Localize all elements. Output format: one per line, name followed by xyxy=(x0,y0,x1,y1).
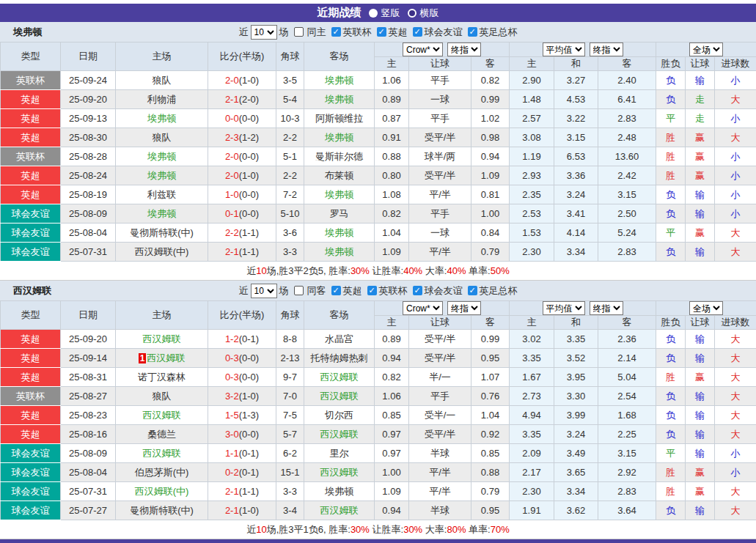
handicap-line-cell: 平/半 xyxy=(409,243,471,262)
section-header: 西汉姆联近10场同客✓英超✓英联杯✓球会友谊✓英足总杯 xyxy=(0,281,756,300)
home-team-cell: 西汉姆联 xyxy=(116,444,208,463)
score-cell: 0-1(0-0) xyxy=(208,204,276,224)
score-cell: 2-3(1-2) xyxy=(208,128,276,147)
layout-radio-horizontal[interactable]: 横版 xyxy=(408,7,439,20)
result-cell: 负 xyxy=(656,349,686,368)
team-label: 曼斯菲尔德 xyxy=(315,151,363,162)
handicap-away-odds-cell: 0.76 xyxy=(471,387,510,406)
avg-home-cell: 2.30 xyxy=(510,482,554,501)
corners-cell: 15-1 xyxy=(276,463,304,482)
avg-final-select[interactable]: 终指 xyxy=(590,301,623,315)
avg-select[interactable]: 平均值 xyxy=(543,43,585,56)
avg-home-cell: 2.90 xyxy=(510,71,554,90)
odds-final-select[interactable]: 终指 xyxy=(447,301,481,315)
league-checkbox[interactable]: ✓ xyxy=(468,286,477,295)
radio-selected-icon[interactable] xyxy=(369,9,378,18)
bookmaker-select[interactable]: Crow* xyxy=(403,301,443,315)
home-team-cell: 埃弗顿 xyxy=(116,204,208,224)
league-checkbox-label: 英足总杯 xyxy=(480,26,518,39)
corners-cell: 8-8 xyxy=(276,330,304,349)
handicap-away-odds-cell: 0.81 xyxy=(471,185,510,204)
corners-cell: 3-5 xyxy=(276,71,304,90)
away-team-cell: 西汉姆联 xyxy=(304,387,375,406)
league-checkbox[interactable]: ✓ xyxy=(367,286,377,295)
avg-draw-cell: 3.65 xyxy=(554,463,598,482)
radio-unselected-icon[interactable] xyxy=(408,9,416,18)
odds-final-select[interactable]: 终指 xyxy=(447,43,481,56)
date-cell: 25-09-20 xyxy=(61,330,116,349)
score-cell: 1-1(0-1) xyxy=(208,444,276,463)
full-score: 0-3 xyxy=(225,352,239,363)
league-checkbox-label: 英超 xyxy=(389,26,408,39)
corners-cell: 5-10 xyxy=(276,204,304,224)
league-checkbox[interactable]: ✓ xyxy=(413,286,422,295)
corners-cell: 10-3 xyxy=(276,109,304,128)
team-label: 狼队 xyxy=(153,132,172,143)
summary-row: 近10场,胜3平1负6, 胜率:30% 让胜率:30% 大率:80% 单率:70… xyxy=(0,520,756,539)
radio-horizontal-label: 横版 xyxy=(420,7,439,20)
same-venue-checkbox[interactable] xyxy=(294,27,304,37)
title-bar: 近期战绩 竖版 横版 xyxy=(0,4,756,22)
corners-cell: 5-1 xyxy=(276,147,304,166)
avg-final-select[interactable]: 终指 xyxy=(590,43,623,56)
league-type-cell: 英超 xyxy=(1,90,61,109)
match-count-select[interactable]: 10 xyxy=(251,25,277,40)
corners-cell: 2-2 xyxy=(276,128,304,147)
summary-text: 80% xyxy=(447,524,466,535)
goals-result-cell: 大 xyxy=(715,482,756,501)
half-score: (2-0) xyxy=(239,94,259,105)
full-score: 0-1 xyxy=(225,208,239,219)
handicap-away-odds-cell: 0.79 xyxy=(471,482,510,501)
sub-column-header: 和 xyxy=(554,57,598,71)
avg-draw-cell: 3.36 xyxy=(554,166,598,185)
bookmaker-select[interactable]: Crow* xyxy=(403,43,443,56)
handicap-line-cell: 一球 xyxy=(409,90,471,109)
home-team-cell: 狼队 xyxy=(116,387,208,406)
result-cell: 负 xyxy=(656,387,686,406)
corners-cell: 7-0 xyxy=(276,387,304,406)
match-row: 球会友谊25-08-09埃弗顿0-1(0-0)5-10罗马0.82平手1.002… xyxy=(1,204,756,224)
handicap-away-odds-cell: 0.99 xyxy=(471,90,510,109)
full-match-select[interactable]: 全场 xyxy=(689,43,723,56)
team-label: 埃弗顿 xyxy=(147,170,176,181)
team-label: 曼彻斯特联(中) xyxy=(130,505,194,516)
league-checkbox[interactable]: ✓ xyxy=(413,27,422,37)
avg-select[interactable]: 平均值 xyxy=(543,301,585,315)
result-cell: 平 xyxy=(656,109,686,128)
team-label: 埃弗顿 xyxy=(325,189,353,200)
goals-result-cell: 大 xyxy=(715,368,756,387)
column-header: 客场 xyxy=(304,43,375,71)
away-team-cell: 里尔 xyxy=(304,444,375,463)
match-row: 英超25-08-19利兹联1-0(0-0)7-2埃弗顿1.08平/半0.812.… xyxy=(1,185,756,204)
league-checkbox-label: 英联杯 xyxy=(343,26,372,39)
league-checkbox[interactable]: ✓ xyxy=(377,27,386,37)
result-group-header: 全场 xyxy=(656,43,756,57)
handicap-result-cell: 输 xyxy=(686,387,715,406)
handicap-home-odds-cell: 0.94 xyxy=(375,501,409,520)
home-team-cell: 埃弗顿 xyxy=(116,147,208,166)
layout-radio-vertical[interactable]: 竖版 xyxy=(369,7,400,20)
home-team-cell: 西汉姆联 xyxy=(116,330,208,349)
match-count-select[interactable]: 10 xyxy=(251,284,277,298)
same-venue-checkbox[interactable] xyxy=(294,286,304,295)
league-checkbox[interactable]: ✓ xyxy=(331,27,341,37)
league-checkbox[interactable]: ✓ xyxy=(331,286,341,295)
goals-result-cell: 大 xyxy=(715,425,756,444)
league-checkbox[interactable]: ✓ xyxy=(468,27,477,37)
avg-home-cell: 2.09 xyxy=(510,444,554,463)
team-label: 西汉姆联(中) xyxy=(135,246,189,257)
team-label: 利兹联 xyxy=(147,189,176,200)
full-score: 2-1 xyxy=(225,94,239,105)
avg-home-cell: 1.53 xyxy=(510,224,554,243)
handicap-home-odds-cell: 0.97 xyxy=(375,444,409,463)
goals-result-cell: 小 xyxy=(715,71,756,90)
avg-draw-cell: 4.14 xyxy=(554,224,598,243)
full-match-select[interactable]: 全场 xyxy=(689,301,723,315)
match-row: 英联杯25-08-28埃弗顿2-0(0-0)5-1曼斯菲尔德0.88球半/两0.… xyxy=(1,147,756,166)
handicap-result-cell: 输 xyxy=(686,444,715,463)
league-type-cell: 球会友谊 xyxy=(1,243,61,262)
goals-result-cell: 小 xyxy=(715,463,756,482)
handicap-line-cell: 平/半 xyxy=(409,482,471,501)
handicap-home-odds-cell: 1.06 xyxy=(375,71,409,90)
corners-cell: 2-2 xyxy=(276,166,304,185)
